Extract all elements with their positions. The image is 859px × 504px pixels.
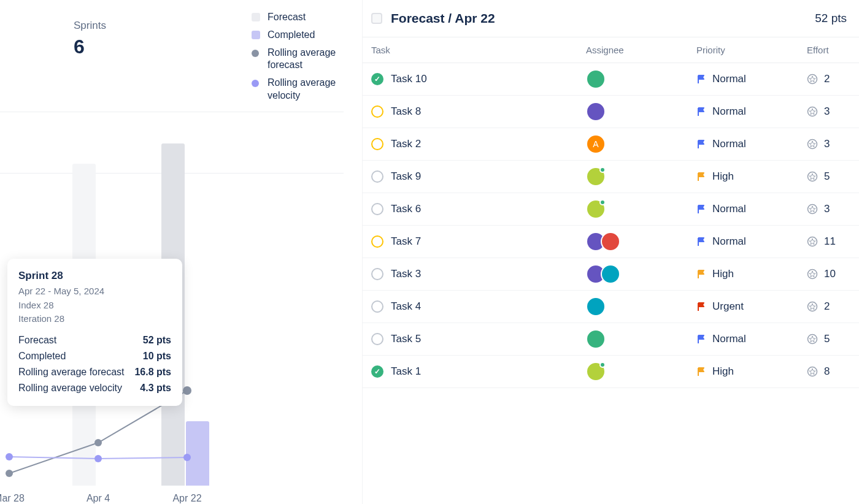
effort-cell[interactable]: 5 [807,333,847,345]
effort-icon [807,106,818,117]
avatar[interactable] [586,69,606,89]
effort-cell[interactable]: 8 [807,365,847,378]
effort-icon [807,269,818,280]
assignee-cell[interactable] [586,232,696,251]
avatar[interactable] [586,329,606,349]
legend-item-rolling-velocity[interactable]: Rolling average velocity [252,77,353,102]
circle-progress-icon[interactable] [371,235,383,248]
col-header-priority[interactable]: Priority [696,45,807,55]
priority-cell[interactable]: Normal [696,333,807,345]
task-name[interactable]: Task 9 [391,170,586,183]
circle-progress-icon[interactable] [371,138,383,150]
avatar[interactable] [586,362,606,381]
check-circle-icon[interactable] [371,365,383,378]
legend-item-forecast[interactable]: Forecast [252,11,353,24]
effort-cell[interactable]: 3 [807,138,847,150]
effort-cell[interactable]: 2 [807,300,847,313]
effort-value: 5 [824,333,830,345]
task-list[interactable]: Task 10Normal2Task 8Normal3Task 2ANormal… [363,63,859,504]
avatar[interactable] [586,102,606,121]
assignee-cell[interactable] [586,362,696,381]
assignee-cell[interactable]: A [586,134,696,154]
assignee-cell[interactable] [586,297,696,316]
circle-icon[interactable] [371,170,383,183]
effort-value: 2 [824,300,830,313]
effort-cell[interactable]: 5 [807,170,847,183]
task-row[interactable]: Task 2ANormal3 [363,128,859,161]
col-header-assignee[interactable]: Assignee [586,45,696,55]
avatar[interactable] [586,167,606,186]
assignee-cell[interactable] [586,167,696,186]
circle-icon[interactable] [371,333,383,345]
priority-cell[interactable]: High [696,365,807,378]
assignee-cell[interactable] [586,264,696,284]
legend-item-completed[interactable]: Completed [252,29,353,42]
task-row[interactable]: Task 8Normal3 [363,96,859,128]
task-name[interactable]: Task 5 [391,333,586,345]
tooltip-daterange: Apr 22 - May 5, 2024 [18,284,171,299]
task-name[interactable]: Task 4 [391,300,586,313]
task-row[interactable]: Task 9High5 [363,161,859,193]
assignee-cell[interactable] [586,69,696,89]
priority-cell[interactable]: High [696,170,807,183]
effort-value: 3 [824,138,830,150]
task-name[interactable]: Task 10 [391,73,586,85]
avatar[interactable] [601,232,620,251]
task-name[interactable]: Task 6 [391,203,586,215]
col-header-effort[interactable]: Effort [807,45,847,55]
tooltip-title: Sprint 28 [18,270,171,282]
circle-progress-icon[interactable] [371,105,383,118]
task-row[interactable]: Task 7Normal11 [363,226,859,258]
task-name[interactable]: Task 7 [391,235,586,248]
avatar[interactable] [586,199,606,219]
task-row[interactable]: Task 5Normal5 [363,323,859,356]
priority-cell[interactable]: Normal [696,203,807,215]
circle-icon[interactable] [371,268,383,280]
effort-icon [807,139,818,150]
priority-cell[interactable]: Normal [696,105,807,118]
panel-points: 52 pts [815,12,847,25]
task-row[interactable]: Task 6Normal3 [363,193,859,226]
task-row[interactable]: Task 3High10 [363,258,859,291]
task-name[interactable]: Task 3 [391,268,586,280]
task-name[interactable]: Task 1 [391,365,586,378]
effort-icon [807,366,818,377]
task-row[interactable]: Task 1High8 [363,356,859,388]
effort-value: 3 [824,105,830,118]
col-header-task[interactable]: Task [371,45,586,55]
priority-label: Normal [712,235,746,248]
avatar[interactable] [601,264,620,284]
dot-icon [252,80,259,87]
assignee-cell[interactable] [586,329,696,349]
priority-cell[interactable]: High [696,268,807,280]
avatar[interactable] [586,297,606,316]
effort-cell[interactable]: 3 [807,203,847,215]
priority-cell[interactable]: Urgent [696,300,807,313]
flag-icon [696,74,706,84]
task-name[interactable]: Task 2 [391,138,586,150]
task-row[interactable]: Task 10Normal2 [363,63,859,96]
check-circle-icon[interactable] [371,73,383,85]
sprint-chart[interactable]: Mar 28 Apr 4 Apr 22 Sprint 28 Apr 22 - M… [0,112,362,504]
effort-cell[interactable]: 2 [807,73,847,85]
priority-cell[interactable]: Normal [696,73,807,85]
select-all-checkbox[interactable] [371,13,382,24]
dot-icon [252,50,259,57]
priority-cell[interactable]: Normal [696,138,807,150]
svg-point-5 [183,454,191,461]
effort-cell[interactable]: 3 [807,105,847,118]
effort-cell[interactable]: 10 [807,268,847,280]
circle-icon[interactable] [371,300,383,313]
priority-cell[interactable]: Normal [696,235,807,248]
priority-label: Normal [712,203,746,215]
task-row[interactable]: Task 4Urgent2 [363,291,859,323]
assignee-cell[interactable] [586,199,696,219]
legend-item-rolling-forecast[interactable]: Rolling average forecast [252,47,353,72]
avatar[interactable]: A [586,134,606,154]
flag-icon [696,367,706,376]
task-name[interactable]: Task 8 [391,105,586,118]
effort-cell[interactable]: 11 [807,235,847,248]
circle-icon[interactable] [371,203,383,215]
assignee-cell[interactable] [586,102,696,121]
flag-icon [696,334,706,344]
